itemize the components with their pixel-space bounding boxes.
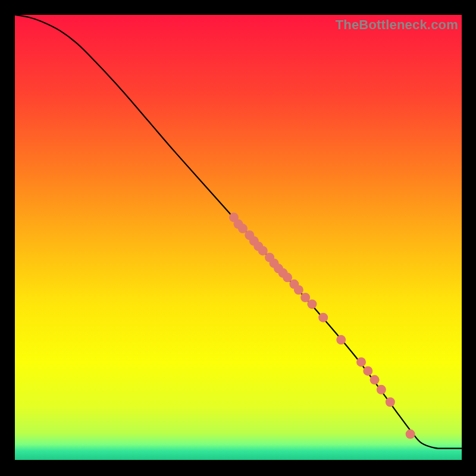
bottleneck-chart: [15, 15, 462, 460]
highlight-point: [377, 385, 386, 394]
highlight-point: [307, 299, 317, 309]
highlight-point: [386, 397, 395, 407]
plot-background: [15, 15, 462, 460]
highlight-point: [336, 335, 346, 345]
watermark-label: TheBottleneck.com: [336, 17, 458, 33]
highlight-point: [294, 285, 303, 295]
highlight-point: [406, 430, 415, 439]
highlight-point: [363, 366, 372, 375]
highlight-point: [370, 375, 380, 384]
highlight-point: [356, 357, 366, 367]
highlight-point: [318, 313, 328, 322]
chart-frame: TheBottleneck.com: [15, 15, 462, 460]
